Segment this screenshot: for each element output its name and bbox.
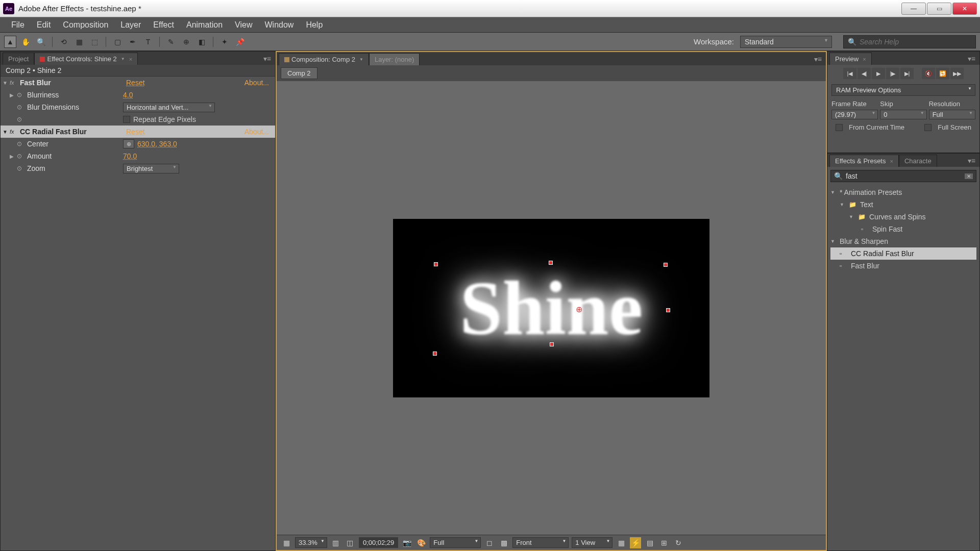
loop-button[interactable]: 🔁 <box>936 68 949 79</box>
pixel-aspect-icon[interactable]: ▦ <box>616 537 627 548</box>
grid-icon[interactable]: ▥ <box>330 537 341 548</box>
channel-icon[interactable]: 🎨 <box>415 537 427 548</box>
layer-tab[interactable]: Layer: (none) <box>369 53 420 65</box>
full-screen-checkbox[interactable] <box>924 124 932 131</box>
ep-fast-blur[interactable]: ▫Fast Blur <box>830 260 976 272</box>
ec-fastblur-header[interactable]: ▼fx Fast Blur Reset About... <box>1 77 275 89</box>
preview-tab[interactable]: Preview× <box>829 53 872 65</box>
framerate-dropdown[interactable]: (29.97) <box>831 110 878 119</box>
rectangle-tool-icon[interactable]: ▢ <box>111 36 124 48</box>
fast-preview-icon[interactable]: ⚡ <box>630 537 641 548</box>
comp-subtab[interactable]: Comp 2 <box>281 67 317 79</box>
selection-tool-icon[interactable]: ▲ <box>4 36 16 48</box>
zoom-dropdown[interactable]: Brightest <box>123 164 179 173</box>
menu-help[interactable]: Help <box>301 18 328 32</box>
timecode-display[interactable]: 0;00;02;29 <box>359 537 398 548</box>
search-help-input[interactable] <box>860 38 971 46</box>
control-point[interactable] <box>666 308 670 312</box>
mask-icon[interactable]: ◫ <box>345 537 356 548</box>
composition-tab[interactable]: Composition: Comp 2▼ <box>279 53 369 65</box>
character-tab[interactable]: Characte <box>899 155 937 167</box>
skip-dropdown[interactable]: 0 <box>880 110 926 119</box>
control-point[interactable] <box>549 261 553 265</box>
pen-tool-icon[interactable]: ✒ <box>127 36 139 48</box>
ec-ccradial-header[interactable]: ▼fx CC Radial Fast Blur Reset About... <box>1 126 275 138</box>
panel-menu-icon[interactable]: ▾≡ <box>259 53 275 65</box>
text-tool-icon[interactable]: T <box>142 36 154 48</box>
effect-controls-tab[interactable]: Effect Controls: Shine 2▼× <box>34 53 138 65</box>
ep-blur-folder[interactable]: ▼Blur & Sharpen <box>830 235 976 247</box>
center-value[interactable]: 630.0, 363.0 <box>137 140 177 148</box>
camera-tool-icon[interactable]: ▦ <box>73 36 85 48</box>
center-crosshair-icon[interactable]: ⊕ <box>576 305 584 313</box>
clear-search-icon[interactable]: ✕ <box>965 173 973 179</box>
mute-button[interactable]: 🔇 <box>922 68 935 79</box>
resolution-dropdown[interactable]: Full <box>430 537 481 548</box>
control-point[interactable] <box>433 352 437 356</box>
hand-tool-icon[interactable]: ✋ <box>19 36 32 48</box>
ep-spin-fast[interactable]: ▫Spin Fast <box>830 223 976 235</box>
blurriness-value[interactable]: 4.0 <box>123 91 133 99</box>
minimize-button[interactable]: — <box>901 3 926 15</box>
menu-composition[interactable]: Composition <box>58 18 113 32</box>
first-frame-button[interactable]: |◀ <box>843 68 856 79</box>
menu-effect[interactable]: Effect <box>148 18 179 32</box>
close-button[interactable]: ✕ <box>952 3 977 15</box>
ep-anim-presets[interactable]: ▼* Animation Presets <box>830 186 976 198</box>
next-frame-button[interactable]: |▶ <box>886 68 899 79</box>
brush-tool-icon[interactable]: ✎ <box>165 36 177 48</box>
repeat-edge-checkbox[interactable] <box>123 116 130 123</box>
menu-edit[interactable]: Edit <box>32 18 56 32</box>
ram-preview-dropdown[interactable]: RAM Preview Options <box>831 84 975 96</box>
roto-tool-icon[interactable]: ✦ <box>218 36 231 48</box>
composition-canvas[interactable]: Shine ⊕ <box>393 219 709 397</box>
menu-window[interactable]: Window <box>260 18 299 32</box>
last-frame-button[interactable]: ▶| <box>900 68 914 79</box>
center-picker-icon[interactable]: ⊕ <box>123 139 134 148</box>
timeline-icon[interactable]: ▤ <box>644 537 655 548</box>
views-dropdown[interactable]: 1 View <box>572 537 612 548</box>
comp-panel-menu-icon[interactable]: ▾≡ <box>810 53 826 65</box>
effects-presets-tab[interactable]: Effects & Presets× <box>829 155 899 167</box>
transparency-icon[interactable]: ▩ <box>498 537 509 548</box>
effects-search-input[interactable] <box>846 172 962 180</box>
ec-fastblur-about[interactable]: About... <box>244 79 269 87</box>
ep-cc-radial[interactable]: ▫CC Radial Fast Blur <box>830 247 976 260</box>
control-point[interactable] <box>664 263 668 267</box>
menu-file[interactable]: File <box>6 18 30 32</box>
zoom-tool-icon[interactable]: 🔍 <box>35 36 47 48</box>
prev-frame-button[interactable]: ◀| <box>857 68 871 79</box>
control-point[interactable] <box>550 342 554 346</box>
maximize-button[interactable]: ▭ <box>927 3 951 15</box>
puppet-tool-icon[interactable]: 📌 <box>234 36 246 48</box>
effects-search-field[interactable]: 🔍 ✕ <box>830 170 976 182</box>
ep-text-folder[interactable]: ▼📁Text <box>830 198 976 211</box>
ep-panel-menu-icon[interactable]: ▾≡ <box>964 155 979 167</box>
flowchart-icon[interactable]: ⊞ <box>658 537 670 548</box>
roi-icon[interactable]: ◻ <box>484 537 495 548</box>
clone-tool-icon[interactable]: ⊕ <box>180 36 192 48</box>
rotate-tool-icon[interactable]: ⟲ <box>58 36 70 48</box>
preview-res-dropdown[interactable]: Full <box>929 110 975 119</box>
ec-cc-reset[interactable]: Reset <box>126 128 145 136</box>
from-current-checkbox[interactable] <box>836 124 843 131</box>
3dview-dropdown[interactable]: Front <box>512 537 569 548</box>
snapshot-icon[interactable]: 📷 <box>401 537 412 548</box>
amount-value[interactable]: 70.0 <box>123 152 137 160</box>
menu-layer[interactable]: Layer <box>115 18 146 32</box>
reset-exposure-icon[interactable]: ↻ <box>673 537 684 548</box>
control-point[interactable] <box>434 262 438 266</box>
workspace-dropdown[interactable]: Standard <box>740 36 832 48</box>
ec-fastblur-reset[interactable]: Reset <box>126 79 145 87</box>
preview-panel-menu-icon[interactable]: ▾≡ <box>964 53 979 65</box>
ep-curves-folder[interactable]: ▼📁Curves and Spins <box>830 211 976 223</box>
eraser-tool-icon[interactable]: ◧ <box>195 36 208 48</box>
search-help-field[interactable]: 🔍 <box>843 35 976 48</box>
blurdim-dropdown[interactable]: Horizontal and Vert... <box>123 103 215 112</box>
toggle-alpha-icon[interactable]: ▦ <box>281 537 292 548</box>
menu-animation[interactable]: Animation <box>181 18 228 32</box>
play-button[interactable]: ▶ <box>872 68 885 79</box>
menu-view[interactable]: View <box>230 18 257 32</box>
pan-behind-tool-icon[interactable]: ⬚ <box>88 36 101 48</box>
ec-cc-about[interactable]: About... <box>244 128 269 136</box>
